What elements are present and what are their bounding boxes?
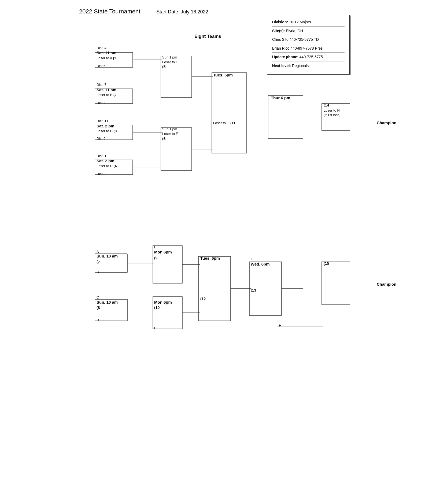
dist1-label: Dist. 1: [97, 154, 106, 158]
loser-c-label: Loser to C (3: [97, 129, 117, 133]
header: 2022 State Tournament Start Date: July 1…: [79, 8, 350, 15]
loser-f-label: Loser to F: [162, 60, 178, 64]
svg-rect-46: [322, 262, 350, 305]
B-label: B: [97, 270, 99, 274]
H-label: H: [279, 323, 281, 328]
loser-h-label: Loser to H: [324, 108, 340, 112]
tournament-title: 2022 State Tournament: [79, 8, 140, 15]
game5-label: (5: [162, 65, 165, 69]
game12-label: (12: [200, 297, 206, 301]
tues6pm-losers-label: Tues. 6pm: [200, 256, 220, 260]
mon6pm-2-label: Mon 6pm: [154, 300, 172, 304]
tues6pm-winners-label: Tues. 6pm: [213, 73, 233, 77]
dist2-label: Dist. 2: [97, 172, 106, 176]
loser-e-label: Loser to E: [162, 132, 178, 136]
loser-d-label: Loser to D (4: [97, 164, 117, 168]
game6-label: (6: [162, 137, 165, 141]
thur6pm-label: Thur 6 pm: [271, 95, 290, 100]
game10-label: (10: [154, 306, 160, 310]
E-label: E: [154, 245, 157, 249]
champion1-label: Champion: [377, 120, 396, 125]
game14-label: (14: [324, 103, 329, 107]
start-date: Start Date: July 16,2022: [156, 9, 208, 15]
wed6pm-label: Wed. 6pm: [251, 262, 270, 266]
bracket: Eight Teams Dist. 4 Sat. 11 am Loser to …: [79, 20, 350, 476]
loser-a-label: Loser to A (1: [97, 56, 116, 60]
svg-rect-22: [268, 95, 303, 138]
sat2pm-2-label: Sat. 2 pm: [97, 159, 114, 163]
loser-g-label: Loser to G (11: [213, 121, 235, 125]
sun10am-2-label: Sun. 10 am: [97, 300, 118, 304]
mon6pm-1-label: Mon 6pm: [154, 250, 172, 254]
dist11-label: Dist. 11: [97, 119, 108, 123]
if-1st-loss-label: (if 1st loss): [324, 113, 341, 117]
svg-rect-20: [212, 73, 247, 153]
sun10am-1-label: Sun. 10 am: [97, 254, 118, 258]
D-label: D: [97, 318, 99, 322]
dist8-label: Dist. 8: [97, 101, 106, 105]
eight-teams-label: Eight Teams: [194, 34, 221, 39]
F-label: F: [154, 326, 156, 330]
dist6-label: Dist 6: [97, 64, 105, 68]
dist7-label: Dist. 7: [97, 83, 106, 87]
A-label: A: [97, 250, 99, 254]
sun1pm-1-label: Sun 1 pm: [162, 55, 177, 59]
game7-label: (7: [97, 260, 100, 264]
dist4-label: Dist. 4: [97, 46, 106, 50]
loser-b-label: Loser to B (2: [97, 93, 116, 97]
game9-label: (9: [154, 256, 157, 260]
sat11am-1-label: Sat. 11 am: [97, 50, 116, 55]
sun1pm-2-label: Sun 1 pm: [162, 127, 177, 131]
svg-rect-24: [322, 104, 350, 130]
game13-label: (13: [251, 288, 256, 292]
sat11am-2-label: Sat. 11 am: [97, 87, 116, 92]
G-label: G: [251, 257, 253, 261]
bracket-svg: [79, 20, 350, 476]
champion2-label: Champion: [377, 282, 396, 286]
dist9-label: Dist 9: [97, 137, 105, 141]
svg-rect-41: [198, 256, 231, 321]
page: 2022 State Tournament Start Date: July 1…: [74, 0, 355, 484]
C-label: C: [97, 295, 99, 299]
sat2pm-1-label: Sat. 2 pm: [97, 124, 114, 128]
game8-label: (8: [97, 306, 100, 310]
game15-label: (15: [324, 261, 329, 266]
